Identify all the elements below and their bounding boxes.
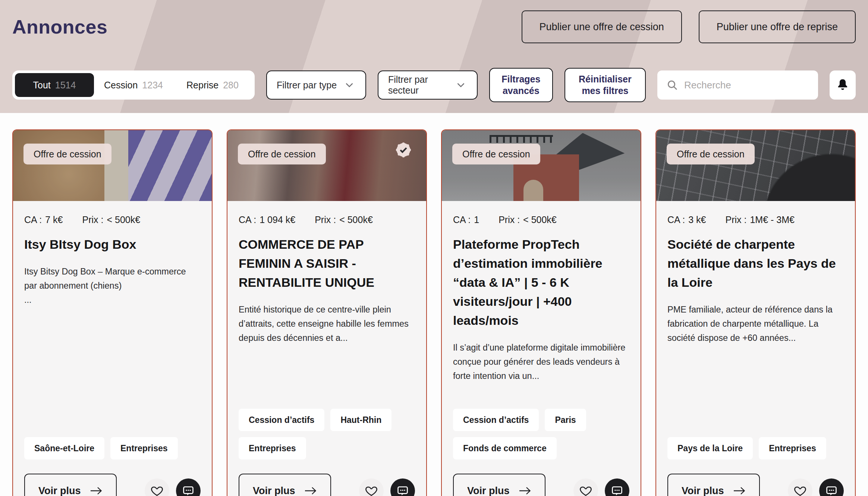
- tag[interactable]: Entreprises: [759, 437, 826, 459]
- publish-buttons: Publier une offre de cession Publier une…: [522, 10, 856, 43]
- tab-tout-count: 1514: [55, 80, 76, 91]
- contact-button[interactable]: [605, 478, 629, 496]
- ca-label: CA :: [24, 214, 42, 225]
- tab-tout-label: Tout: [33, 80, 51, 91]
- card-metrics: CA :1 Prix :< 500k€: [453, 214, 629, 225]
- tab-cession[interactable]: Cession 1234: [94, 73, 173, 97]
- offer-type-badge: Offre de cession: [452, 144, 540, 164]
- card-metrics: CA :3 k€ Prix :1M€ - 3M€: [667, 214, 844, 225]
- chat-bubble-icon: [611, 484, 623, 496]
- tab-cession-label: Cession: [104, 80, 138, 91]
- price-value: < 500k€: [107, 214, 140, 225]
- ca-label: CA :: [239, 214, 256, 225]
- listing-card[interactable]: Offre de cession CA :3 k€ Prix :1M€ - 3M…: [655, 129, 856, 496]
- chat-bubble-icon: [396, 484, 409, 496]
- ca-value: 3 k€: [688, 214, 706, 225]
- filter-bar: Tout 1514 Cession 1234 Reprise 280 Filtr…: [12, 68, 856, 102]
- tag[interactable]: Entreprises: [239, 437, 306, 459]
- tag[interactable]: Paris: [545, 409, 586, 431]
- chevron-down-icon: [455, 79, 467, 91]
- see-more-button[interactable]: Voir plus: [24, 474, 117, 496]
- listing-card[interactable]: Offre de cession CA :1 094 k€ Prix :< 50…: [227, 129, 427, 496]
- favorite-button[interactable]: [788, 478, 812, 496]
- price-label: Prix :: [499, 214, 520, 225]
- publish-reprise-button[interactable]: Publier une offre de reprise: [699, 10, 856, 43]
- notifications-button[interactable]: [830, 70, 856, 100]
- tag[interactable]: Fonds de commerce: [453, 437, 557, 459]
- price-label: Prix :: [726, 214, 747, 225]
- sector-filter-dropdown[interactable]: Filtrer par secteur: [378, 70, 478, 100]
- favorite-button[interactable]: [145, 478, 169, 496]
- chat-bubble-icon: [182, 484, 195, 496]
- advanced-filters-button[interactable]: Filtrages avancés: [489, 68, 553, 102]
- tab-reprise-count: 280: [223, 80, 239, 91]
- arrow-right-icon: [90, 486, 103, 496]
- card-tags: Pays de la Loire Entreprises: [667, 437, 844, 459]
- see-more-label: Voir plus: [467, 485, 510, 496]
- type-filter-label: Filtrer par type: [277, 80, 337, 91]
- contact-button[interactable]: [819, 478, 844, 496]
- chevron-down-icon: [343, 79, 356, 91]
- search-icon: [666, 79, 678, 91]
- card-title: Itsy BItsy Dog Box: [24, 235, 201, 254]
- heart-outline-icon: [793, 484, 807, 496]
- see-more-button[interactable]: Voir plus: [453, 474, 545, 496]
- tag[interactable]: Entreprises: [110, 437, 178, 459]
- price-value: < 500k€: [523, 214, 557, 225]
- contact-button[interactable]: [390, 478, 415, 496]
- reset-filters-button[interactable]: Réinitialiser mes filtres: [564, 68, 646, 102]
- tag[interactable]: Cession d’actifs: [453, 409, 539, 431]
- offer-type-badge: Offre de cession: [238, 144, 326, 164]
- tag[interactable]: Saône-et-Loire: [24, 437, 104, 459]
- card-description: Il s’agit d’une plateforme digitale immo…: [453, 340, 629, 383]
- ca-value: 1 094 k€: [260, 214, 295, 225]
- chat-bubble-icon: [825, 484, 838, 496]
- favorite-button[interactable]: [359, 478, 384, 496]
- card-metrics: CA :7 k€ Prix :< 500k€: [24, 214, 201, 225]
- listing-tabs: Tout 1514 Cession 1234 Reprise 280: [12, 70, 255, 100]
- tab-tout[interactable]: Tout 1514: [15, 73, 94, 97]
- see-more-button[interactable]: Voir plus: [667, 474, 760, 496]
- publish-cession-button[interactable]: Publier une offre de cession: [522, 10, 682, 43]
- ca-label: CA :: [453, 214, 471, 225]
- card-tags: Saône-et-Loire Entreprises: [24, 437, 201, 459]
- card-tags: Cession d’actifs Paris Fonds de commerce: [453, 409, 629, 459]
- favorite-button[interactable]: [573, 478, 598, 496]
- sector-filter-label: Filtrer par secteur: [388, 74, 455, 96]
- ca-value: 1: [474, 214, 479, 225]
- type-filter-dropdown[interactable]: Filtrer par type: [266, 70, 366, 100]
- card-image-dog-box: Offre de cession: [13, 130, 212, 201]
- tab-reprise[interactable]: Reprise 280: [173, 73, 252, 97]
- arrow-right-icon: [304, 486, 317, 496]
- price-label: Prix :: [315, 214, 336, 225]
- card-tags: Cession d’actifs Haut-Rhin Entreprises: [239, 409, 415, 459]
- price-value: < 500k€: [339, 214, 373, 225]
- contact-button[interactable]: [176, 478, 201, 496]
- tab-cession-count: 1234: [142, 80, 163, 91]
- card-title: Plateforme PropTech d’estimation immobil…: [453, 235, 629, 330]
- header: Annonces Publier une offre de cession Pu…: [0, 0, 868, 113]
- arrow-right-icon: [519, 486, 531, 496]
- card-title: COMMERCE DE PAP FEMININ A SAISIR - RENTA…: [239, 235, 415, 292]
- heart-outline-icon: [364, 484, 378, 496]
- search-input[interactable]: [684, 79, 809, 91]
- page-title: Annonces: [12, 16, 107, 38]
- tag[interactable]: Cession d’actifs: [239, 409, 324, 431]
- verified-check-icon: [395, 141, 412, 158]
- card-metrics: CA :1 094 k€ Prix :< 500k€: [239, 214, 415, 225]
- card-description: Entité historique de ce centre-ville ple…: [239, 302, 415, 345]
- tag[interactable]: Haut-Rhin: [330, 409, 391, 431]
- tag[interactable]: Pays de la Loire: [667, 437, 753, 459]
- listing-card[interactable]: Offre de cession CA :1 Prix :< 500k€ Pla…: [441, 129, 641, 496]
- see-more-label: Voir plus: [682, 485, 724, 496]
- card-image-steel-structure: Offre de cession: [656, 130, 855, 201]
- card-description: Itsy Bitsy Dog Box – Marque e-commerce p…: [24, 264, 201, 307]
- card-image-boutique: Offre de cession: [227, 130, 426, 201]
- listing-card[interactable]: Offre de cession CA :7 k€ Prix :< 500k€ …: [12, 129, 213, 496]
- see-more-button[interactable]: Voir plus: [239, 474, 331, 496]
- see-more-label: Voir plus: [38, 485, 81, 496]
- heart-outline-icon: [579, 484, 593, 496]
- offer-type-badge: Offre de cession: [667, 144, 755, 164]
- card-title: Société de charpente métallique dans les…: [667, 235, 844, 292]
- search-box: [657, 70, 818, 100]
